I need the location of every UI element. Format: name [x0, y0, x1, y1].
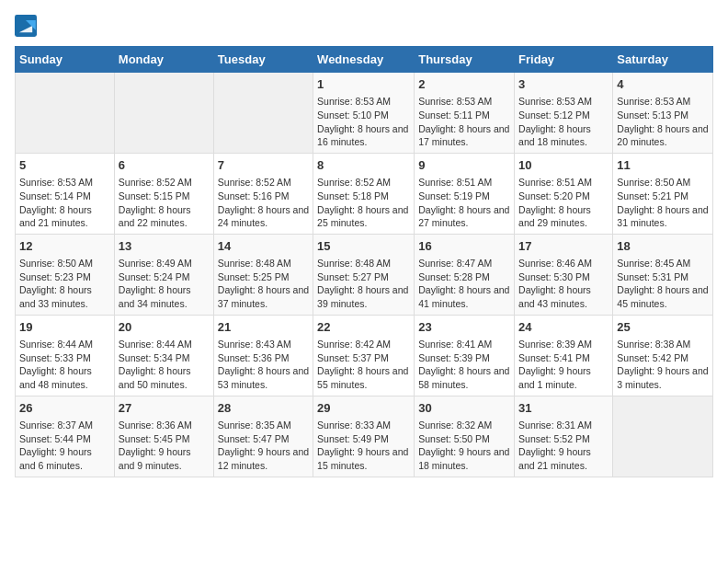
header-saturday: Saturday [613, 47, 713, 73]
day-number: 25 [617, 319, 709, 336]
day-info: Sunrise: 8:52 AM Sunset: 5:15 PM Dayligh… [119, 176, 210, 230]
day-info: Sunrise: 8:46 AM Sunset: 5:30 PM Dayligh… [518, 257, 609, 311]
day-cell [114, 73, 213, 154]
day-number: 5 [19, 157, 110, 174]
day-info: Sunrise: 8:45 AM Sunset: 5:31 PM Dayligh… [617, 257, 709, 311]
day-number: 30 [418, 400, 510, 417]
day-cell [213, 73, 313, 154]
day-cell: 28Sunrise: 8:35 AM Sunset: 5:47 PM Dayli… [213, 396, 313, 477]
day-number: 23 [418, 319, 510, 336]
day-info: Sunrise: 8:39 AM Sunset: 5:41 PM Dayligh… [518, 338, 609, 392]
day-info: Sunrise: 8:52 AM Sunset: 5:18 PM Dayligh… [317, 176, 410, 230]
day-cell: 7Sunrise: 8:52 AM Sunset: 5:16 PM Daylig… [213, 153, 313, 234]
day-number: 7 [218, 157, 309, 174]
week-row-4: 19Sunrise: 8:44 AM Sunset: 5:33 PM Dayli… [16, 315, 713, 396]
day-cell: 16Sunrise: 8:47 AM Sunset: 5:28 PM Dayli… [415, 234, 515, 315]
day-cell: 17Sunrise: 8:46 AM Sunset: 5:30 PM Dayli… [515, 234, 613, 315]
day-info: Sunrise: 8:32 AM Sunset: 5:50 PM Dayligh… [418, 419, 510, 473]
day-cell: 18Sunrise: 8:45 AM Sunset: 5:31 PM Dayli… [613, 234, 713, 315]
calendar-body: 1Sunrise: 8:53 AM Sunset: 5:10 PM Daylig… [16, 73, 713, 477]
day-number: 3 [518, 76, 609, 93]
week-row-5: 26Sunrise: 8:37 AM Sunset: 5:44 PM Dayli… [16, 396, 713, 477]
week-row-3: 12Sunrise: 8:50 AM Sunset: 5:23 PM Dayli… [16, 234, 713, 315]
day-cell: 29Sunrise: 8:33 AM Sunset: 5:49 PM Dayli… [313, 396, 415, 477]
day-number: 19 [19, 319, 110, 336]
day-cell: 30Sunrise: 8:32 AM Sunset: 5:50 PM Dayli… [415, 396, 515, 477]
day-info: Sunrise: 8:50 AM Sunset: 5:21 PM Dayligh… [617, 176, 709, 230]
day-cell: 24Sunrise: 8:39 AM Sunset: 5:41 PM Dayli… [515, 315, 613, 396]
day-cell: 12Sunrise: 8:50 AM Sunset: 5:23 PM Dayli… [16, 234, 115, 315]
day-info: Sunrise: 8:42 AM Sunset: 5:37 PM Dayligh… [317, 338, 410, 392]
day-number: 29 [317, 400, 410, 417]
header-wednesday: Wednesday [313, 47, 415, 73]
day-cell: 19Sunrise: 8:44 AM Sunset: 5:33 PM Dayli… [16, 315, 115, 396]
day-cell: 26Sunrise: 8:37 AM Sunset: 5:44 PM Dayli… [16, 396, 115, 477]
day-info: Sunrise: 8:44 AM Sunset: 5:33 PM Dayligh… [19, 338, 110, 392]
day-cell [613, 396, 713, 477]
day-number: 10 [518, 157, 609, 174]
day-number: 8 [317, 157, 410, 174]
day-number: 18 [617, 238, 709, 255]
day-info: Sunrise: 8:53 AM Sunset: 5:12 PM Dayligh… [518, 95, 609, 149]
day-number: 6 [119, 157, 210, 174]
day-cell: 11Sunrise: 8:50 AM Sunset: 5:21 PM Dayli… [613, 153, 713, 234]
day-number: 9 [418, 157, 510, 174]
day-info: Sunrise: 8:53 AM Sunset: 5:11 PM Dayligh… [418, 95, 510, 149]
day-number: 11 [617, 157, 709, 174]
day-info: Sunrise: 8:49 AM Sunset: 5:24 PM Dayligh… [119, 257, 210, 311]
day-cell: 8Sunrise: 8:52 AM Sunset: 5:18 PM Daylig… [313, 153, 415, 234]
day-number: 27 [119, 400, 210, 417]
day-info: Sunrise: 8:37 AM Sunset: 5:44 PM Dayligh… [19, 419, 110, 473]
calendar-table: SundayMondayTuesdayWednesdayThursdayFrid… [15, 46, 713, 477]
day-cell: 13Sunrise: 8:49 AM Sunset: 5:24 PM Dayli… [114, 234, 213, 315]
page-header [15, 15, 713, 37]
day-cell: 25Sunrise: 8:38 AM Sunset: 5:42 PM Dayli… [613, 315, 713, 396]
day-cell: 14Sunrise: 8:48 AM Sunset: 5:25 PM Dayli… [213, 234, 313, 315]
day-info: Sunrise: 8:33 AM Sunset: 5:49 PM Dayligh… [317, 419, 410, 473]
day-cell: 10Sunrise: 8:51 AM Sunset: 5:20 PM Dayli… [515, 153, 613, 234]
day-cell: 31Sunrise: 8:31 AM Sunset: 5:52 PM Dayli… [515, 396, 613, 477]
day-cell: 1Sunrise: 8:53 AM Sunset: 5:10 PM Daylig… [313, 73, 415, 154]
day-number: 1 [317, 76, 410, 93]
header-friday: Friday [515, 47, 613, 73]
day-cell: 9Sunrise: 8:51 AM Sunset: 5:19 PM Daylig… [415, 153, 515, 234]
day-cell: 23Sunrise: 8:41 AM Sunset: 5:39 PM Dayli… [415, 315, 515, 396]
day-number: 28 [218, 400, 309, 417]
day-number: 12 [19, 238, 110, 255]
header-sunday: Sunday [16, 47, 115, 73]
day-info: Sunrise: 8:48 AM Sunset: 5:25 PM Dayligh… [218, 257, 309, 311]
day-info: Sunrise: 8:48 AM Sunset: 5:27 PM Dayligh… [317, 257, 410, 311]
day-number: 13 [119, 238, 210, 255]
day-number: 26 [19, 400, 110, 417]
day-cell: 4Sunrise: 8:53 AM Sunset: 5:13 PM Daylig… [613, 73, 713, 154]
header-thursday: Thursday [415, 47, 515, 73]
day-number: 15 [317, 238, 410, 255]
logo [15, 15, 40, 37]
day-info: Sunrise: 8:51 AM Sunset: 5:19 PM Dayligh… [418, 176, 510, 230]
day-info: Sunrise: 8:53 AM Sunset: 5:14 PM Dayligh… [19, 176, 110, 230]
day-cell: 2Sunrise: 8:53 AM Sunset: 5:11 PM Daylig… [415, 73, 515, 154]
day-cell [16, 73, 115, 154]
day-number: 16 [418, 238, 510, 255]
day-info: Sunrise: 8:38 AM Sunset: 5:42 PM Dayligh… [617, 338, 709, 392]
day-number: 24 [518, 319, 609, 336]
day-info: Sunrise: 8:35 AM Sunset: 5:47 PM Dayligh… [218, 419, 309, 473]
day-info: Sunrise: 8:47 AM Sunset: 5:28 PM Dayligh… [418, 257, 510, 311]
week-row-2: 5Sunrise: 8:53 AM Sunset: 5:14 PM Daylig… [16, 153, 713, 234]
day-cell: 15Sunrise: 8:48 AM Sunset: 5:27 PM Dayli… [313, 234, 415, 315]
day-info: Sunrise: 8:53 AM Sunset: 5:10 PM Dayligh… [317, 95, 410, 149]
day-info: Sunrise: 8:51 AM Sunset: 5:20 PM Dayligh… [518, 176, 609, 230]
day-number: 20 [119, 319, 210, 336]
day-info: Sunrise: 8:31 AM Sunset: 5:52 PM Dayligh… [518, 419, 609, 473]
day-number: 17 [518, 238, 609, 255]
day-info: Sunrise: 8:50 AM Sunset: 5:23 PM Dayligh… [19, 257, 110, 311]
calendar-header: SundayMondayTuesdayWednesdayThursdayFrid… [16, 47, 713, 73]
week-row-1: 1Sunrise: 8:53 AM Sunset: 5:10 PM Daylig… [16, 73, 713, 154]
day-number: 22 [317, 319, 410, 336]
day-info: Sunrise: 8:44 AM Sunset: 5:34 PM Dayligh… [119, 338, 210, 392]
day-info: Sunrise: 8:36 AM Sunset: 5:45 PM Dayligh… [119, 419, 210, 473]
logo-icon [15, 15, 37, 37]
day-info: Sunrise: 8:43 AM Sunset: 5:36 PM Dayligh… [218, 338, 309, 392]
day-number: 31 [518, 400, 609, 417]
day-info: Sunrise: 8:52 AM Sunset: 5:16 PM Dayligh… [218, 176, 309, 230]
